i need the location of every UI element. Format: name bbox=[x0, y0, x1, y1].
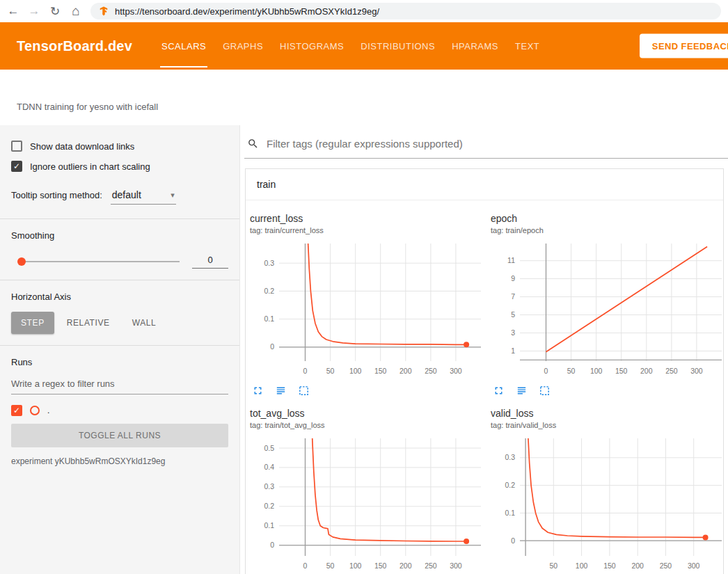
svg-text:0: 0 bbox=[303, 367, 308, 375]
axis-relative-button[interactable]: RELATIVE bbox=[57, 312, 120, 334]
address-bar[interactable]: https://tensorboard.dev/experiment/yKUbh… bbox=[90, 3, 721, 19]
line-chart[interactable]: 00.10.20.30.40.5050100150200250300 bbox=[250, 435, 485, 574]
tag-filter-row bbox=[244, 131, 728, 159]
run-checkbox[interactable]: ✓ bbox=[11, 405, 22, 416]
tag-filter-input[interactable] bbox=[265, 137, 728, 150]
forward-icon[interactable]: → bbox=[24, 4, 45, 18]
smoothing-slider[interactable] bbox=[18, 261, 180, 262]
tab-distributions[interactable]: DISTRIBUTIONS bbox=[352, 22, 443, 70]
tab-histograms[interactable]: HISTOGRAMS bbox=[271, 22, 352, 70]
svg-text:0.2: 0.2 bbox=[505, 481, 515, 489]
svg-text:300: 300 bbox=[690, 367, 703, 375]
chart-card-current-loss: current_loss tag: train/current_loss 00.… bbox=[250, 213, 491, 397]
data-table-icon[interactable] bbox=[275, 385, 287, 397]
tab-scalars[interactable]: SCALARS bbox=[153, 22, 214, 70]
svg-text:0.1: 0.1 bbox=[264, 521, 274, 529]
svg-text:0.1: 0.1 bbox=[505, 509, 515, 517]
send-feedback-button[interactable]: SEND FEEDBACK bbox=[640, 34, 728, 58]
svg-text:300: 300 bbox=[450, 561, 462, 570]
chart-title: epoch bbox=[491, 213, 728, 224]
main-panel: train current_loss tag: train/current_lo… bbox=[240, 125, 728, 574]
tensorboard-favicon bbox=[99, 6, 109, 16]
chart-card-valid-loss: valid_loss tag: train/valid_loss 00.10.2… bbox=[491, 408, 728, 574]
svg-text:3: 3 bbox=[511, 328, 515, 337]
axis-wall-button[interactable]: WALL bbox=[122, 312, 166, 334]
horizontal-axis-label: Horizontal Axis bbox=[11, 292, 228, 302]
chart-tag: tag: train/tot_avg_loss bbox=[250, 421, 491, 429]
run-row[interactable]: ✓ . bbox=[11, 405, 228, 416]
tooltip-sorting-value: default bbox=[112, 189, 141, 200]
tag-group-title[interactable]: train bbox=[246, 169, 723, 200]
svg-text:250: 250 bbox=[425, 561, 437, 570]
svg-text:0: 0 bbox=[270, 342, 274, 351]
svg-text:50: 50 bbox=[549, 561, 557, 570]
svg-text:250: 250 bbox=[660, 561, 672, 570]
svg-text:200: 200 bbox=[399, 561, 412, 570]
experiment-title-bar: TDNN training for yesno with icefall bbox=[0, 70, 728, 125]
tab-text[interactable]: TEXT bbox=[507, 22, 548, 70]
ignore-outliers-row[interactable]: ✓ Ignore outliers in chart scaling bbox=[11, 161, 228, 172]
chart-tag: tag: train/current_loss bbox=[250, 226, 491, 234]
show-download-links-checkbox[interactable] bbox=[11, 141, 22, 152]
fit-domain-icon[interactable] bbox=[298, 385, 310, 397]
chart-toolbar bbox=[250, 379, 491, 397]
page-url: https://tensorboard.dev/experiment/yKUbh… bbox=[115, 6, 379, 17]
svg-text:50: 50 bbox=[326, 561, 335, 570]
home-icon[interactable]: ⌂ bbox=[65, 3, 86, 19]
fullscreen-icon[interactable] bbox=[252, 385, 264, 397]
nav-tabs: SCALARS GRAPHS HISTOGRAMS DISTRIBUTIONS … bbox=[153, 22, 548, 70]
svg-text:150: 150 bbox=[603, 561, 616, 570]
svg-text:0.5: 0.5 bbox=[264, 444, 274, 452]
fullscreen-icon[interactable] bbox=[493, 385, 505, 397]
svg-text:0: 0 bbox=[303, 561, 308, 570]
refresh-icon[interactable]: ↻ bbox=[45, 4, 65, 19]
smoothing-label: Smoothing bbox=[11, 230, 228, 241]
chart-tag: tag: train/valid_loss bbox=[491, 421, 728, 429]
svg-text:250: 250 bbox=[665, 367, 678, 375]
ignore-outliers-checkbox[interactable]: ✓ bbox=[11, 161, 22, 172]
run-name: . bbox=[47, 406, 49, 415]
chart-card-tot-avg-loss: tot_avg_loss tag: train/tot_avg_loss 00.… bbox=[250, 408, 491, 574]
app-logo: TensorBoard.dev bbox=[17, 38, 132, 54]
svg-text:9: 9 bbox=[511, 274, 515, 282]
line-chart[interactable]: 00.10.20.3050100150200250300 bbox=[250, 240, 485, 379]
svg-text:7: 7 bbox=[511, 292, 515, 301]
smoothing-slider-thumb[interactable] bbox=[17, 257, 26, 266]
back-icon[interactable]: ← bbox=[3, 4, 24, 18]
fit-domain-icon[interactable] bbox=[539, 385, 551, 397]
show-download-links-row[interactable]: Show data download links bbox=[11, 141, 228, 152]
divider bbox=[0, 218, 239, 219]
svg-text:50: 50 bbox=[326, 367, 335, 375]
settings-sidebar: Show data download links ✓ Ignore outlie… bbox=[0, 125, 240, 574]
runs-filter-input[interactable] bbox=[11, 373, 228, 394]
browser-toolbar: ← → ↻ ⌂ https://tensorboard.dev/experime… bbox=[0, 0, 728, 22]
chart-title: current_loss bbox=[250, 213, 491, 224]
svg-text:300: 300 bbox=[688, 561, 700, 570]
svg-text:1: 1 bbox=[511, 346, 515, 355]
divider bbox=[0, 345, 239, 346]
toggle-all-runs-button[interactable]: TOGGLE ALL RUNS bbox=[11, 424, 228, 447]
svg-text:150: 150 bbox=[374, 561, 387, 570]
data-table-icon[interactable] bbox=[516, 385, 528, 397]
svg-text:0: 0 bbox=[511, 536, 515, 545]
tab-hparams[interactable]: HPARAMS bbox=[443, 22, 507, 70]
line-chart[interactable]: 00.10.20.350100150200250300 bbox=[491, 435, 726, 574]
chart-card-epoch: epoch tag: train/epoch 13579110501001502… bbox=[491, 213, 728, 397]
svg-text:0.3: 0.3 bbox=[264, 259, 274, 267]
tab-graphs[interactable]: GRAPHS bbox=[214, 22, 271, 70]
svg-text:0.3: 0.3 bbox=[505, 453, 515, 461]
chart-tag: tag: train/epoch bbox=[491, 226, 728, 234]
charts-grid: current_loss tag: train/current_loss 00.… bbox=[246, 200, 723, 574]
svg-text:200: 200 bbox=[631, 561, 644, 570]
svg-text:250: 250 bbox=[425, 367, 437, 375]
smoothing-value[interactable]: 0 bbox=[192, 255, 228, 269]
line-chart[interactable]: 1357911050100150200250300 bbox=[491, 240, 726, 379]
svg-text:100: 100 bbox=[576, 561, 588, 570]
svg-text:150: 150 bbox=[615, 367, 628, 375]
run-color-swatch bbox=[30, 406, 40, 415]
tooltip-sorting-select[interactable]: default ▾ bbox=[111, 189, 176, 205]
axis-step-button[interactable]: STEP bbox=[11, 312, 54, 334]
svg-text:11: 11 bbox=[507, 256, 515, 264]
svg-text:0: 0 bbox=[544, 367, 548, 375]
chart-toolbar bbox=[491, 379, 728, 397]
